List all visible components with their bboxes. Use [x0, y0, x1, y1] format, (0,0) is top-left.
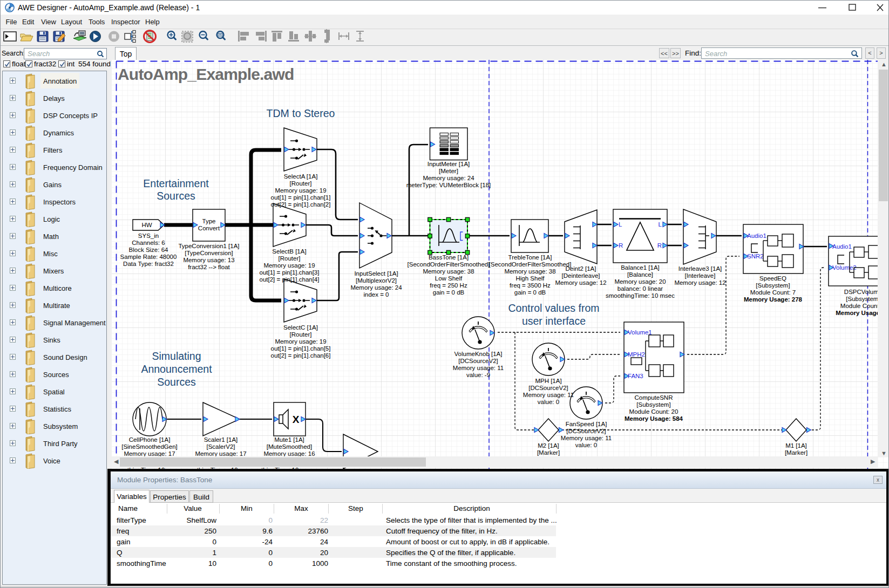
svg-text:value: 0: value: 0	[575, 442, 597, 448]
svg-text:[Router]: [Router]	[290, 180, 312, 187]
svg-text:[TypeConversion]: [TypeConversion]	[185, 250, 233, 256]
svg-text:[Subsystem]: [Subsystem]	[756, 282, 790, 289]
svg-text:TypeConversion1 [1A]: TypeConversion1 [1A]	[178, 243, 239, 249]
svg-text:Volume2: Volume2	[832, 264, 857, 271]
svg-text:R: R	[657, 242, 662, 249]
svg-text:Memory usage: 11: Memory usage: 11	[453, 365, 504, 371]
svg-text:Entertainment: Entertainment	[143, 177, 209, 189]
svg-text:out[2] = pin[1].chan[6]: out[2] = pin[1].chan[6]	[271, 352, 331, 359]
svg-text:[DCSourceV2]: [DCSourceV2]	[566, 428, 606, 434]
svg-text:Volume1: Volume1	[628, 329, 652, 336]
svg-text:Channels: 6: Channels: 6	[132, 240, 165, 246]
svg-text:TDM to Stereo: TDM to Stereo	[267, 107, 335, 119]
svg-text:TrebleTone [1A]: TrebleTone [1A]	[508, 254, 552, 261]
svg-text:out[1] = pin[1].chan[1]: out[1] = pin[1].chan[1]	[271, 194, 331, 201]
svg-text:Memory usage: 11: Memory usage: 11	[561, 435, 612, 441]
svg-text:M2 [1A]: M2 [1A]	[538, 442, 559, 449]
svg-text:SelectC [1A]: SelectC [1A]	[283, 324, 318, 331]
svg-text:Scaler1 [1A]: Scaler1 [1A]	[204, 436, 238, 443]
svg-text:CellPhone [1A]: CellPhone [1A]	[129, 436, 171, 443]
svg-text:M1 [1A]: M1 [1A]	[785, 442, 807, 449]
svg-text:Control values from: Control values from	[508, 302, 599, 314]
svg-text:Memory usage: 12: Memory usage: 12	[674, 279, 725, 286]
svg-text:InputMeter [1A]: InputMeter [1A]	[427, 161, 470, 167]
svg-text:Balance1 [1A]: Balance1 [1A]	[621, 264, 660, 271]
svg-text:out[2] = pin[1].chan[4]: out[2] = pin[1].chan[4]	[260, 276, 320, 283]
svg-text:SelectB [1A]: SelectB [1A]	[272, 248, 306, 255]
svg-text:Memory usage: 13: Memory usage: 13	[183, 257, 234, 263]
svg-text:Audio1: Audio1	[747, 233, 766, 239]
svg-text:SNR2: SNR2	[747, 253, 764, 259]
svg-text:Memory usage: 38: Memory usage: 38	[423, 268, 474, 275]
svg-text:[Marker]: [Marker]	[537, 449, 560, 456]
svg-text:Memory usage: 20: Memory usage: 20	[614, 278, 666, 285]
svg-text:Memory Usage: 584: Memory Usage: 584	[625, 415, 683, 422]
svg-text:[Subsystem]: [Subsystem]	[636, 401, 670, 408]
svg-text:Memory usage: 38: Memory usage: 38	[504, 268, 555, 275]
svg-text:High Shelf: High Shelf	[515, 275, 545, 282]
svg-text:SYS_in: SYS_in	[138, 233, 159, 239]
svg-text:Type: Type	[202, 218, 216, 224]
svg-text:Memory usage: 11: Memory usage: 11	[523, 392, 574, 398]
svg-text:FanSpeed [1A]: FanSpeed [1A]	[566, 421, 607, 427]
svg-text:meterType: VUMeterBlock [18]: meterType: VUMeterBlock [18]	[406, 182, 491, 188]
svg-text:Mute1 [1A]: Mute1 [1A]	[274, 436, 304, 443]
svg-text:Deint2 [1A]: Deint2 [1A]	[566, 265, 596, 272]
svg-text:VolumeKnob [1A]: VolumeKnob [1A]	[454, 351, 503, 357]
svg-text:[Marker]: [Marker]	[785, 449, 807, 456]
svg-text:FAN3: FAN3	[628, 373, 643, 379]
svg-text:Memory usage: 19: Memory usage: 19	[275, 338, 326, 345]
svg-text:smoothingTime: 10 msec: smoothingTime: 10 msec	[606, 292, 675, 299]
svg-text:out[1] = pin[1].chan[3]: out[1] = pin[1].chan[3]	[260, 269, 320, 276]
svg-text:[MuteSmoothed]: [MuteSmoothed]	[267, 443, 312, 450]
svg-text:[Router]: [Router]	[279, 255, 301, 262]
svg-text:[ScalerV2]: [ScalerV2]	[206, 443, 235, 450]
svg-text:[Balance]: [Balance]	[627, 271, 653, 278]
svg-text:Sources: Sources	[157, 190, 195, 202]
svg-text:L: L	[659, 221, 662, 228]
svg-text:BassTone [1A]: BassTone [1A]	[429, 254, 469, 261]
svg-text:Module Count: 7: Module Count: 7	[750, 289, 796, 296]
svg-text:Memory usage: 12: Memory usage: 12	[555, 279, 606, 286]
svg-text:Simulating: Simulating	[152, 350, 201, 362]
svg-text:out[2] = pin[1].chan[2]: out[2] = pin[1].chan[2]	[271, 201, 331, 208]
svg-text:out[1] = pin[1].chan[5]: out[1] = pin[1].chan[5]	[271, 345, 331, 352]
svg-text:Convert: Convert	[198, 225, 220, 231]
svg-text:balance: 0 linear: balance: 0 linear	[617, 285, 663, 292]
svg-text:Memory usage: 19: Memory usage: 19	[275, 187, 326, 194]
svg-text:Sources: Sources	[157, 376, 196, 388]
svg-text:Audio1: Audio1	[832, 243, 852, 250]
svg-text:Memory Usage: 278: Memory Usage: 278	[744, 296, 803, 303]
svg-text:Interleave3 [1A]: Interleave3 [1A]	[678, 265, 722, 272]
svg-text:X: X	[293, 414, 300, 425]
svg-text:ComputeSNR: ComputeSNR	[635, 394, 673, 401]
svg-text:AutoAmp_Example.awd: AutoAmp_Example.awd	[118, 65, 294, 83]
svg-text:R: R	[619, 242, 623, 249]
svg-text:[Subsystem]: [Subsystem]	[846, 296, 880, 302]
svg-text:InputSelect [1A]: InputSelect [1A]	[354, 270, 398, 277]
svg-text:gain = 0 dB: gain = 0 dB	[514, 289, 546, 296]
svg-text:SelectA [1A]: SelectA [1A]	[284, 173, 318, 180]
svg-text:Memory usage: 24: Memory usage: 24	[423, 175, 474, 181]
svg-text:[Router]: [Router]	[290, 331, 312, 338]
svg-text:Block Size: 64: Block Size: 64	[129, 247, 168, 253]
svg-text:MPH [1A]: MPH [1A]	[535, 378, 561, 384]
svg-text:index = 0: index = 0	[364, 291, 389, 298]
svg-text:value: 0: value: 0	[538, 399, 559, 405]
svg-text:Announcement: Announcement	[141, 363, 212, 375]
svg-text:Data Type: fract32: Data Type: fract32	[123, 261, 174, 267]
svg-text:[Deinterleave]: [Deinterleave]	[562, 272, 600, 279]
svg-text:SpeedEQ: SpeedEQ	[759, 275, 786, 282]
svg-text:[SecondOrderFilterSmoothed]: [SecondOrderFilterSmoothed]	[408, 261, 490, 268]
svg-text:[MultiplexorV2]: [MultiplexorV2]	[356, 277, 397, 284]
svg-text:Memory usage: 19: Memory usage: 19	[263, 262, 315, 269]
svg-text:HW: HW	[141, 222, 152, 228]
svg-text:DSPCVolume: DSPCVolume	[844, 289, 882, 295]
svg-text:Module Count: 20: Module Count: 20	[629, 408, 678, 415]
svg-text:[Interleave]: [Interleave]	[685, 272, 716, 279]
svg-text:[SineSmoothedGen]: [SineSmoothedGen]	[121, 443, 178, 450]
svg-text:MPH2: MPH2	[628, 351, 645, 358]
svg-text:[SecondOrderFilterSmoothed]: [SecondOrderFilterSmoothed]	[489, 261, 572, 268]
svg-text:freq = 250 Hz: freq = 250 Hz	[430, 282, 467, 289]
svg-text:fract32 --> float: fract32 --> float	[188, 264, 230, 270]
